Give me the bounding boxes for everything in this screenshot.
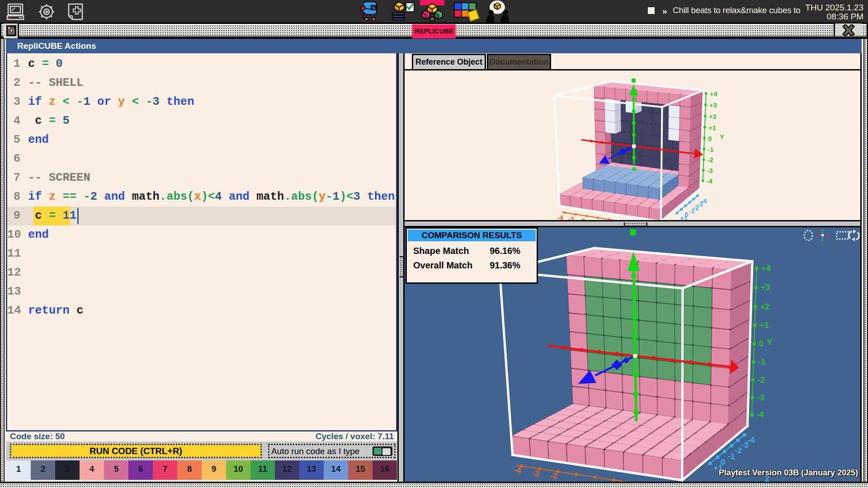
svg-text:Y: Y [767, 338, 772, 347]
svg-text:0: 0 [708, 135, 712, 142]
svg-text:-4: -4 [756, 410, 764, 419]
svg-text:-1: -1 [728, 452, 735, 461]
svg-text:-2: -2 [735, 446, 742, 455]
svg-text:0: 0 [759, 339, 764, 348]
svg-text:+1: +1 [760, 321, 769, 330]
svg-text:+4: +4 [761, 264, 771, 273]
svg-text:+1: +1 [708, 124, 716, 131]
svg-text:-4: -4 [707, 177, 713, 185]
svg-text:-2: -2 [707, 156, 713, 164]
svg-text:+4: +4 [710, 90, 718, 98]
svg-text:-3: -3 [707, 167, 713, 174]
svg-text:-4: -4 [557, 214, 564, 220]
svg-text:+3: +3 [709, 101, 717, 109]
svg-text:+2: +2 [760, 302, 769, 311]
svg-text:-2: -2 [758, 375, 765, 385]
svg-text:-3: -3 [532, 469, 539, 478]
svg-text:-3: -3 [757, 393, 764, 402]
svg-text:+3: +3 [761, 283, 770, 292]
svg-text:P: P [372, 5, 375, 11]
svg-text:-2: -2 [579, 217, 585, 220]
svg-text:-1: -1 [708, 145, 713, 153]
svg-text:-4: -4 [748, 436, 755, 445]
svg-text:-4: -4 [514, 466, 521, 475]
svg-text:Y: Y [720, 133, 724, 141]
svg-text:-2: -2 [550, 472, 557, 481]
svg-text:-3: -3 [741, 441, 748, 450]
svg-text:-3: -3 [568, 215, 574, 220]
svg-text:-1: -1 [758, 357, 765, 366]
svg-text:+1: +1 [680, 214, 688, 220]
svg-text:+2: +2 [709, 113, 717, 120]
svg-text:-1: -1 [689, 207, 695, 215]
